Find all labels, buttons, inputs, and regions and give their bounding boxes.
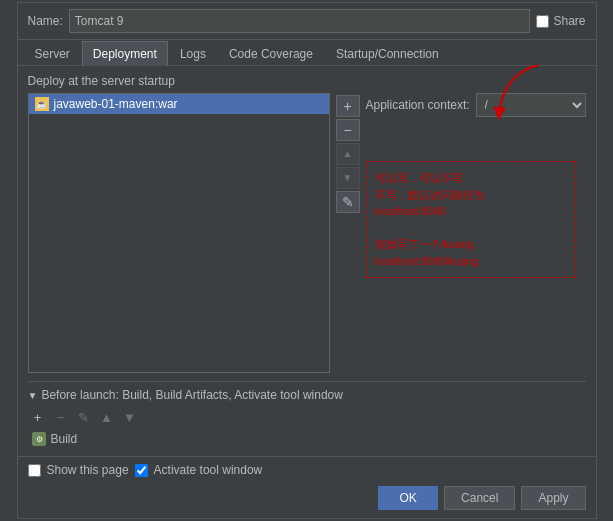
bl-edit-button[interactable]: ✎: [74, 408, 94, 426]
share-check[interactable]: [536, 15, 549, 28]
app-context-label: Application context:: [366, 98, 470, 112]
show-page-label: Show this page: [47, 463, 129, 477]
build-item: ⚙ Build: [28, 430, 586, 448]
app-context-select[interactable]: /: [476, 93, 586, 117]
ok-button[interactable]: OK: [378, 486, 438, 510]
remove-button[interactable]: −: [336, 119, 360, 141]
annotation-box: 可以写，可以不写 不写，默认访问路径为 localhost:8080 假如写了一…: [366, 161, 576, 278]
apply-button[interactable]: Apply: [521, 486, 585, 510]
before-launch-header[interactable]: ▼ Before launch: Build, Build Artifacts,…: [28, 388, 586, 402]
tab-logs[interactable]: Logs: [169, 41, 217, 66]
before-launch-label: Before launch: Build, Build Artifacts, A…: [41, 388, 343, 402]
collapse-icon: ▼: [28, 390, 38, 401]
tab-bar: Server Deployment Logs Code Coverage Sta…: [18, 40, 596, 66]
artifact-name: javaweb-01-maven:war: [54, 97, 178, 111]
down-icon: ▼: [343, 173, 353, 183]
bl-add-button[interactable]: +: [28, 408, 48, 426]
bl-down-button[interactable]: ▼: [120, 408, 140, 426]
title-bar: Name: Share: [18, 3, 596, 40]
tab-code-coverage[interactable]: Code Coverage: [218, 41, 324, 66]
footer-options: Show this page Activate tool window: [18, 456, 596, 481]
artifact-list: ☕ javaweb-01-maven:war: [28, 93, 330, 373]
artifact-icon: ☕: [35, 97, 49, 111]
artifact-item[interactable]: ☕ javaweb-01-maven:war: [29, 94, 329, 114]
before-launch-toolbar: + − ✎ ▲ ▼: [28, 408, 586, 426]
bl-remove-button[interactable]: −: [51, 408, 71, 426]
svg-text:⚙: ⚙: [36, 435, 43, 444]
footer-buttons: OK Cancel Apply: [18, 481, 596, 518]
show-page-checkbox[interactable]: [28, 464, 41, 477]
share-checkbox[interactable]: Share: [536, 14, 585, 28]
activate-checkbox[interactable]: [135, 464, 148, 477]
build-label: Build: [51, 432, 78, 446]
deployment-panel: Deploy at the server startup ☕ javaweb-0…: [18, 66, 596, 456]
edit-button[interactable]: ✎: [336, 191, 360, 213]
tab-server[interactable]: Server: [24, 41, 81, 66]
share-label: Share: [553, 14, 585, 28]
deploy-panel: ☕ javaweb-01-maven:war + − ▲ ▼ ✎ Applica: [28, 93, 586, 373]
up-icon: ▲: [343, 149, 353, 159]
run-config-dialog: Name: Share Server Deployment Logs Code …: [17, 2, 597, 519]
app-context-row: Application context: /: [366, 93, 586, 117]
build-icon-svg: ⚙: [34, 434, 44, 444]
name-label: Name:: [28, 14, 63, 28]
tab-startup[interactable]: Startup/Connection: [325, 41, 450, 66]
build-icon: ⚙: [32, 432, 46, 446]
cancel-button[interactable]: Cancel: [444, 486, 515, 510]
annotation-text: 可以写，可以不写 不写，默认访问路径为 localhost:8080 假如写了一…: [375, 170, 567, 269]
name-input[interactable]: [69, 9, 531, 33]
section-label: Deploy at the server startup: [28, 74, 586, 88]
list-buttons: + − ▲ ▼ ✎: [336, 93, 360, 373]
down-button[interactable]: ▼: [336, 167, 360, 189]
right-panel: Application context: /: [366, 93, 586, 373]
bl-up-button[interactable]: ▲: [97, 408, 117, 426]
tab-deployment[interactable]: Deployment: [82, 41, 168, 66]
up-button[interactable]: ▲: [336, 143, 360, 165]
activate-label: Activate tool window: [154, 463, 263, 477]
before-launch-section: ▼ Before launch: Build, Build Artifacts,…: [28, 381, 586, 448]
annotation-area: 可以写，可以不写 不写，默认访问路径为 localhost:8080 假如写了一…: [366, 131, 586, 278]
add-button[interactable]: +: [336, 95, 360, 117]
